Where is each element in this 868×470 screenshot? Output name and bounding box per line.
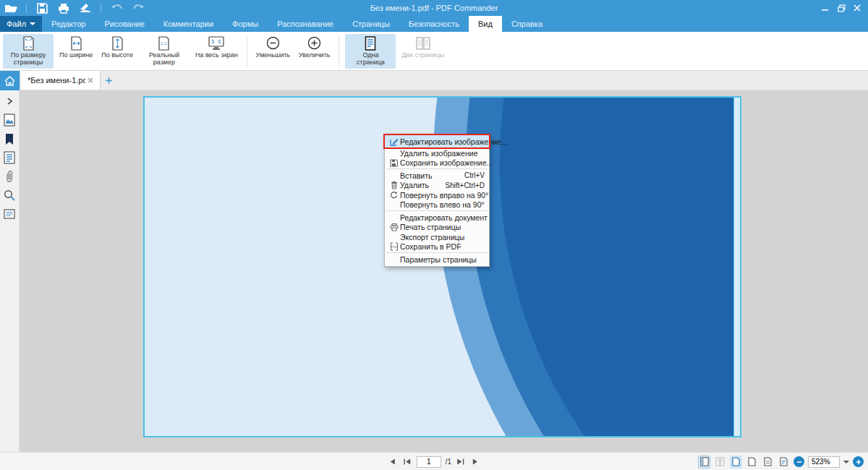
fit-height-icon: [111, 35, 124, 51]
menu-tab-drawing[interactable]: Рисование: [95, 16, 153, 32]
zoom-in-button[interactable]: [853, 456, 864, 467]
fit-height-button[interactable]: По высоте: [98, 34, 136, 69]
two-page-view-icon[interactable]: [762, 456, 774, 469]
document-tab-bar: *Без имени-1.pdf: [0, 71, 868, 90]
rotate-right-icon: [388, 191, 400, 199]
images-panel-icon[interactable]: [1, 112, 17, 128]
zoom-in-ribbon-button[interactable]: Увеличить: [296, 34, 333, 69]
menu-tab-security[interactable]: Безопасность: [399, 16, 469, 32]
menu-separator: [386, 252, 488, 253]
scan-icon[interactable]: [76, 1, 95, 15]
continuous-view-icon[interactable]: [746, 456, 758, 469]
single-page-button[interactable]: Одна страница: [345, 34, 396, 69]
fit-page-button[interactable]: По размеру страницы: [3, 34, 54, 69]
menu-item-export-page[interactable]: Экспорт страницы: [385, 232, 489, 242]
two-pages-icon: [416, 35, 430, 51]
two-pages-button[interactable]: Две страницы: [399, 34, 447, 69]
menu-separator: [386, 168, 488, 169]
fit-width-icon: [70, 35, 82, 51]
page-number-input[interactable]: [417, 456, 441, 468]
menu-item-page-settings[interactable]: Параметры страницы: [385, 255, 489, 265]
open-folder-icon[interactable]: [1, 1, 20, 15]
page-total-label: /1: [446, 458, 451, 466]
pdf-commander-window: Без имени-1.pdf - PDF Commander Файл Ред…: [0, 0, 868, 470]
side-panel: [0, 90, 20, 452]
first-page-button[interactable]: [402, 456, 412, 468]
thumbnails-panel-icon[interactable]: [1, 150, 17, 166]
zoom-level-input[interactable]: [808, 456, 840, 468]
menu-tab-file[interactable]: Файл: [0, 16, 42, 32]
zoom-out-icon: [266, 35, 280, 51]
window-controls: [817, 0, 865, 16]
zoom-out-button[interactable]: [793, 456, 804, 467]
menu-separator: [386, 210, 488, 211]
menu-item-rotate-right[interactable]: Повернуть вправо на 90°: [385, 190, 489, 200]
expand-panel-icon[interactable]: [1, 93, 17, 109]
undo-icon[interactable]: [107, 1, 126, 15]
single-page-view-icon[interactable]: [730, 456, 742, 469]
fullscreen-icon: [208, 35, 224, 51]
shortcut-label: Shift+Ctrl+D: [446, 181, 485, 189]
menu-item-paste[interactable]: Вставить Ctrl+V: [385, 171, 489, 181]
home-icon: [4, 76, 15, 86]
prev-page-button[interactable]: [388, 456, 398, 468]
menu-bar: Файл Редактор Рисование Комментарии Форм…: [0, 16, 868, 32]
file-dropdown-caret: [30, 22, 35, 25]
menu-tab-view[interactable]: Вид: [469, 16, 502, 32]
fullscreen-button[interactable]: На весь экран: [192, 34, 241, 69]
facing-pages-icon[interactable]: [714, 456, 726, 469]
fit-width-button[interactable]: По ширине: [56, 34, 95, 69]
view-ribbon: По размеру страницы По ширине По высоте …: [0, 32, 868, 71]
bookmarks-panel-icon[interactable]: [1, 131, 17, 147]
fit-page-icon: [22, 35, 35, 51]
document-tab-title: *Без имени-1.pdf: [27, 76, 85, 85]
view-zoom-controls: [698, 453, 864, 470]
menu-item-save-image[interactable]: Сохранить изображение..: [385, 158, 489, 168]
next-page-button[interactable]: [470, 456, 480, 468]
attachments-panel-icon[interactable]: [1, 168, 17, 184]
menu-tab-editor[interactable]: Редактор: [42, 16, 95, 32]
book-view-icon[interactable]: [778, 456, 790, 469]
search-panel-icon[interactable]: [1, 187, 17, 203]
last-page-button[interactable]: [456, 456, 466, 468]
zoom-dropdown-caret[interactable]: [843, 461, 849, 463]
menu-item-print-page[interactable]: Печать страницы: [385, 223, 489, 233]
trash-icon: [388, 181, 400, 189]
menu-item-delete-image[interactable]: Удалить изображение: [385, 148, 489, 158]
separator: [26, 4, 27, 13]
panel-layout-icon[interactable]: [698, 456, 710, 469]
quick-access-toolbar: [0, 0, 149, 16]
menu-item-save-to-pdf[interactable]: PDF Сохранить в PDF: [385, 242, 489, 252]
zoom-in-icon: [307, 35, 321, 51]
page-navigation: /1: [388, 453, 480, 470]
title-bar: Без имени-1.pdf - PDF Commander: [0, 0, 868, 16]
ribbon-separator: [339, 36, 339, 67]
restore-button[interactable]: [833, 1, 849, 15]
save-icon[interactable]: [33, 1, 51, 15]
minimize-button[interactable]: [817, 1, 833, 15]
edit-image-icon: [388, 137, 400, 146]
menu-tab-comments[interactable]: Комментарии: [154, 16, 223, 32]
new-tab-button[interactable]: [101, 71, 116, 90]
menu-item-edit-image[interactable]: Редактировать изображение...: [385, 135, 489, 148]
close-button[interactable]: [849, 1, 865, 15]
shortcut-label: Ctrl+V: [464, 171, 485, 179]
status-bar: /1: [0, 452, 868, 470]
menu-item-rotate-left[interactable]: Повернуть влево на 90°: [385, 200, 489, 210]
menu-tab-pages[interactable]: Страницы: [343, 16, 399, 32]
redo-icon[interactable]: [129, 1, 148, 15]
document-tab[interactable]: *Без имени-1.pdf: [20, 71, 101, 90]
menu-item-delete[interactable]: Удалить Shift+Ctrl+D: [385, 181, 489, 191]
menu-tab-forms[interactable]: Формы: [223, 16, 268, 32]
menu-item-edit-document[interactable]: Редактировать документ: [385, 213, 489, 223]
print-icon[interactable]: [54, 1, 73, 15]
menu-tab-recognition[interactable]: Распознавание: [268, 16, 343, 32]
print-page-icon: [388, 223, 400, 231]
tab-close-icon[interactable]: [85, 75, 95, 85]
zoom-out-ribbon-button[interactable]: Уменьшить: [253, 34, 293, 69]
real-size-button[interactable]: 1:1 Реальный размер: [139, 34, 190, 69]
menu-tab-help[interactable]: Справка: [502, 16, 552, 32]
home-button[interactable]: [0, 71, 20, 90]
comments-panel-icon[interactable]: [1, 206, 17, 222]
svg-text:1:1: 1:1: [161, 41, 168, 46]
